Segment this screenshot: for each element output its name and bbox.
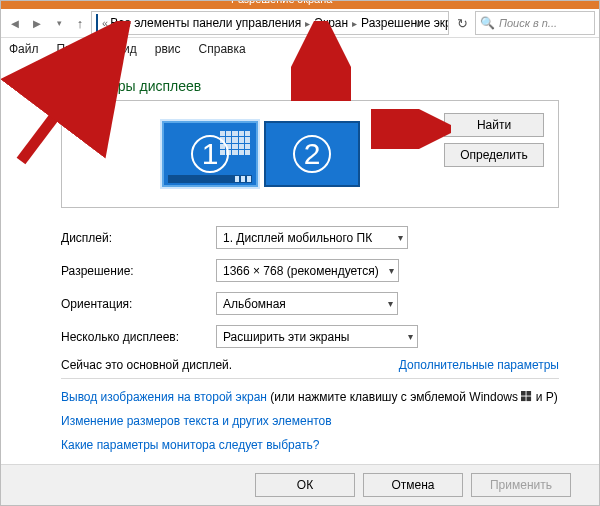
settings-form: Дисплей: 1. Дисплей мобильного ПК▾ Разре…	[61, 226, 559, 453]
content-area: Параметры дисплеев 1 2 Найти Определить …	[1, 60, 599, 453]
multi-display-select[interactable]: Расширить эти экраны▾	[216, 325, 418, 348]
menu-file[interactable]: Файл	[9, 42, 39, 56]
up-icon[interactable]: ↑	[71, 13, 89, 33]
back-icon[interactable]: ◄	[5, 13, 25, 33]
recent-dropdown-icon[interactable]: ▾	[49, 13, 69, 33]
breadcrumb-item[interactable]: Разрешение экрана	[361, 16, 449, 30]
monitor-row[interactable]: 1 2	[162, 121, 360, 187]
primary-display-note: Сейчас это основной дисплей. Дополнитель…	[61, 358, 559, 372]
breadcrumb-item[interactable]: Экран	[314, 16, 348, 30]
chevron-down-icon: ▾	[389, 265, 394, 276]
help-link[interactable]: Какие параметры монитора следует выбрать…	[61, 438, 320, 452]
text-size-link[interactable]: Изменение размеров текста и других элеме…	[61, 414, 332, 428]
page-title: Параметры дисплеев	[61, 78, 559, 94]
display-arrangement-box: 1 2 Найти Определить	[61, 100, 559, 208]
advanced-settings-link[interactable]: Дополнительные параметры	[399, 358, 559, 372]
ok-button[interactable]: ОК	[255, 473, 355, 497]
orientation-label: Ориентация:	[61, 297, 216, 311]
divider	[61, 378, 559, 379]
breadcrumb-item[interactable]: Все элементы панели управления	[110, 16, 301, 30]
menu-service[interactable]: рвис	[155, 42, 181, 56]
svg-rect-3	[527, 397, 532, 402]
svg-rect-1	[527, 391, 532, 396]
dialog-button-bar: ОК Отмена Применить	[1, 464, 599, 505]
window-title: Разрешение экрана	[231, 0, 332, 5]
menu-view[interactable]: Вид	[115, 42, 137, 56]
menu-bar: Файл Правка Вид рвис Справка	[1, 38, 599, 60]
taskbar-preview	[168, 175, 252, 183]
desktop-icons-preview	[220, 131, 250, 155]
cancel-button[interactable]: Отмена	[363, 473, 463, 497]
refresh-icon[interactable]: ↻	[451, 12, 473, 34]
resolution-label: Разрешение:	[61, 264, 216, 278]
monitor-2[interactable]: 2	[264, 121, 360, 187]
identify-button[interactable]: Определить	[444, 143, 544, 167]
search-input[interactable]: 🔍 Поиск в п...	[475, 11, 595, 35]
chevron-right-icon: ▸	[301, 18, 314, 29]
chevron-down-icon: ▾	[398, 232, 403, 243]
breadcrumb-overflow-icon[interactable]: «	[102, 17, 110, 29]
address-bar: ◄ ► ▾ ↑ « Все элементы панели управления…	[1, 9, 599, 38]
svg-rect-2	[521, 397, 526, 402]
title-bar: Разрешение экрана	[1, 1, 599, 9]
path-dropdown-icon[interactable]: v	[410, 12, 426, 34]
project-line: Вывод изображения на второй экран (или н…	[61, 389, 559, 405]
monitor-side-buttons: Найти Определить	[444, 113, 544, 167]
display-select[interactable]: 1. Дисплей мобильного ПК▾	[216, 226, 408, 249]
windows-logo-icon	[521, 390, 532, 401]
find-button[interactable]: Найти	[444, 113, 544, 137]
monitor-1[interactable]: 1	[162, 121, 258, 187]
display-label: Дисплей:	[61, 231, 216, 245]
resolution-select[interactable]: 1366 × 768 (рекомендуется)▾	[216, 259, 399, 282]
chevron-right-icon: ▸	[348, 18, 361, 29]
search-icon: 🔍	[480, 16, 495, 30]
project-link[interactable]: Вывод изображения на второй экран	[61, 390, 267, 404]
monitor-number-badge: 2	[293, 135, 331, 173]
apply-button[interactable]: Применить	[471, 473, 571, 497]
menu-help[interactable]: Справка	[199, 42, 246, 56]
forward-icon[interactable]: ►	[27, 13, 47, 33]
orientation-select[interactable]: Альбомная▾	[216, 292, 398, 315]
control-panel-icon	[96, 14, 98, 32]
search-placeholder: Поиск в п...	[499, 17, 557, 29]
svg-rect-0	[521, 391, 526, 396]
chevron-down-icon: ▾	[388, 298, 393, 309]
chevron-down-icon: ▾	[408, 331, 413, 342]
multi-display-label: Несколько дисплеев:	[61, 330, 216, 344]
breadcrumb[interactable]: « Все элементы панели управления ▸ Экран…	[91, 11, 449, 35]
menu-edit[interactable]: Правка	[57, 42, 98, 56]
